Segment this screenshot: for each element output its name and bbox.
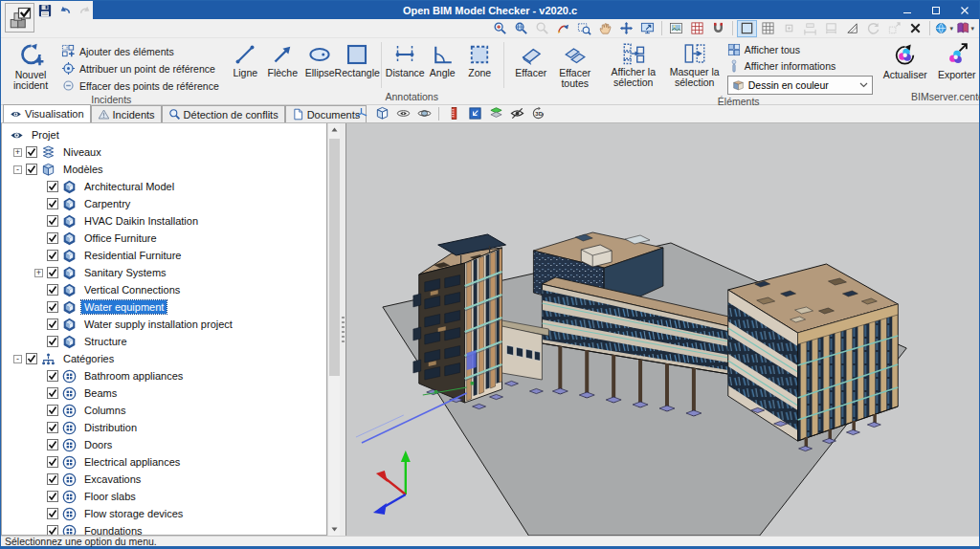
tree-expander[interactable]: + [13,148,22,157]
eraser-button[interactable]: Effacer [509,40,553,89]
dim-linear-button[interactable] [800,20,820,37]
refresh-button[interactable]: Actualiser [880,40,930,80]
draw-mode-dropdown[interactable]: Dessin en couleur [727,76,873,95]
tree-scrollbar[interactable] [327,123,340,536]
clear-reference-points-button[interactable]: Effacer des points de référence [61,78,219,93]
export-button[interactable]: Exporter [934,40,980,80]
tree-item[interactable]: Flow storage devices [2,505,326,522]
orbit-eye-button[interactable] [393,105,412,121]
tree-item[interactable]: Columns [2,402,326,419]
tree-checkbox[interactable] [47,232,58,244]
tree-checkbox[interactable] [47,215,58,227]
tree-item[interactable]: +Niveaux [2,143,326,161]
undo-button[interactable] [57,3,72,17]
tree-item[interactable]: Structure [2,333,326,350]
tree-item[interactable]: Residential Furniture [2,247,326,264]
tree-item[interactable]: Architectural Model [2,178,326,195]
tree-item[interactable]: Vertical Connections [2,281,326,298]
close-button[interactable] [950,1,979,19]
show-all-button[interactable]: Afficher tous [727,43,873,56]
tree-item[interactable]: Electrical appliances [2,453,326,471]
tree-checkbox[interactable] [47,525,58,536]
tree-item[interactable]: HVAC Daikin Installation [2,212,326,230]
tree-item[interactable]: Water supply installation project [2,316,326,333]
redraw-button[interactable] [553,20,573,37]
tree-checkbox[interactable] [47,267,58,278]
zoom-previous-button[interactable] [532,20,552,37]
scroll-up-arrow[interactable] [328,123,340,136]
web-menu-button[interactable]: ▾ [934,20,954,37]
zoom-extents-button[interactable] [511,20,531,37]
tree-checkbox[interactable] [47,284,58,296]
tree-item[interactable]: Water equipment [2,298,326,316]
rotate-button[interactable] [863,20,883,37]
tree-checkbox[interactable] [26,164,37,175]
redo-button[interactable] [78,3,92,17]
grid-button[interactable] [758,20,778,37]
tree-checkbox[interactable] [26,353,37,364]
dim-box-button[interactable] [821,20,841,37]
zoom-in-button[interactable] [490,20,510,37]
green-layers-button[interactable] [486,105,505,121]
tree-checkbox[interactable] [47,439,58,450]
hide-selection-button[interactable]: Masquer la sélection [666,40,724,88]
tree-item[interactable]: Projet [2,126,326,143]
tree-item[interactable]: Beams [2,384,326,402]
tree-expander[interactable]: - [13,355,22,363]
zone-button[interactable]: Zone [461,40,499,78]
tree-checkbox[interactable] [47,318,58,330]
rectangle-button[interactable]: Rectangle [339,40,376,78]
pan-button[interactable] [595,20,615,37]
scrollbar-thumb[interactable] [329,139,340,376]
new-incident-button[interactable]: Nouvel incident [4,40,57,91]
tree-checkbox[interactable] [26,146,37,158]
tree-checkbox[interactable] [47,198,58,209]
tree-checkbox[interactable] [47,250,58,261]
ellipse-button[interactable]: Ellipse [301,40,339,78]
tree-item[interactable]: Excavations [2,471,326,488]
magnet-button[interactable] [708,20,728,37]
help-menu-button[interactable]: ▾ [955,20,975,37]
object-snap-button[interactable] [779,20,799,37]
zoom-window-button[interactable] [574,20,594,37]
tree-item[interactable]: -Modèles [2,161,326,178]
tree-item[interactable]: Foundations [2,522,326,536]
tree-checkbox[interactable] [47,405,58,416]
tree-item[interactable]: Floor slabs [2,488,326,505]
tree-item[interactable]: -Catégories [2,350,326,367]
show-info-button[interactable]: Afficher informations [727,59,873,73]
save-button[interactable] [37,3,52,17]
selection-frame-button[interactable] [737,20,757,37]
tree-item[interactable]: Carpentry [2,195,326,212]
hide-elements-button[interactable] [507,105,526,121]
eraser-all-button[interactable]: Effacer toutes [553,40,597,89]
tree-checkbox[interactable] [47,301,58,313]
tab-incidents[interactable]: Incidents [91,105,162,122]
tree-item[interactable]: Doors [2,436,326,453]
move-button[interactable] [616,20,636,37]
tree-item[interactable]: +Sanitary Systems [2,264,326,281]
tree-item[interactable]: Distribution [2,419,326,436]
tree-expander[interactable]: - [13,165,22,174]
rotate-3d-button[interactable]: 3D [528,105,547,121]
red-ruler-button[interactable] [444,105,463,121]
tree-checkbox[interactable] [47,491,58,502]
tree-checkbox[interactable] [47,473,58,485]
arrow-button[interactable]: Flèche [264,40,301,78]
tree-checkbox[interactable] [47,336,58,347]
show-selection-button[interactable]: Afficher la sélection [605,40,662,88]
maximize-button[interactable] [922,1,950,19]
app-menu-button[interactable] [5,3,34,33]
blue-window-button[interactable] [465,105,484,121]
tree-checkbox[interactable] [47,422,58,433]
capture-view-button[interactable] [637,20,657,37]
minimize-button[interactable] [893,1,922,19]
angle-button[interactable]: Angle [424,40,461,78]
delete-button[interactable] [905,20,925,37]
tree-expander[interactable]: + [34,269,43,277]
distance-button[interactable]: Distance [387,40,424,78]
transform-button[interactable] [884,20,904,37]
3d-viewport[interactable] [345,123,979,536]
line-button[interactable]: Ligne [227,40,264,78]
tree-checkbox[interactable] [47,370,58,382]
